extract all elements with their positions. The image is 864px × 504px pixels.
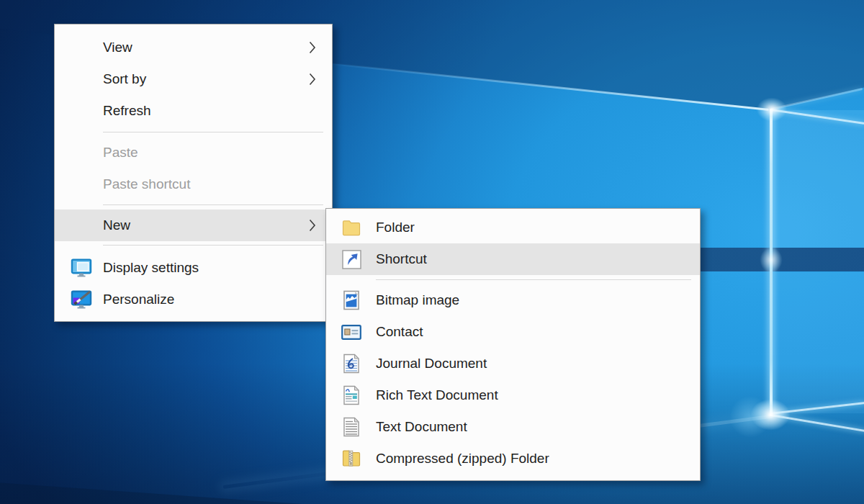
menu-separator: [376, 279, 691, 280]
menu-item-new[interactable]: New: [55, 210, 332, 241]
menu-item-sort-by[interactable]: Sort by: [55, 63, 332, 95]
menu-item-refresh[interactable]: Refresh: [55, 95, 332, 127]
shortcut-icon: [341, 248, 362, 270]
text-document-icon: [341, 416, 362, 438]
personalize-icon: [71, 289, 92, 310]
submenu-chevron-icon: [309, 41, 316, 54]
submenu-item-shortcut[interactable]: Shortcut: [326, 243, 700, 275]
menu-separator: [103, 132, 323, 132]
submenu-item-compressed-zipped-folder[interactable]: Compressed (zipped) Folder: [326, 443, 700, 474]
compressed-zipped-folder-icon: [341, 448, 362, 469]
menu-item-personalize[interactable]: Personalize: [55, 284, 332, 315]
submenu-item-folder[interactable]: Folder: [326, 212, 700, 243]
journal-document-icon: [341, 353, 362, 374]
submenu-chevron-icon: [309, 73, 316, 86]
submenu-item-rich-text-document[interactable]: Rich Text Document: [326, 379, 700, 411]
submenu-item-journal-document[interactable]: Journal Document: [326, 348, 700, 379]
menu-item-paste-shortcut: Paste shortcut: [55, 168, 332, 200]
new-submenu: Folder Shortcut Bitmap image: [325, 208, 701, 481]
menu-separator: [103, 245, 323, 246]
bitmap-image-icon: [341, 289, 362, 311]
folder-icon: [341, 217, 362, 238]
light-flare: [756, 243, 786, 276]
menu-item-view[interactable]: View: [55, 32, 332, 63]
light-flare: [752, 94, 792, 125]
submenu-item-contact[interactable]: Contact: [326, 316, 700, 348]
desktop-context-menu: View Sort by Refresh Paste Paste shortcu…: [54, 24, 333, 322]
submenu-item-text-document[interactable]: Text Document: [326, 411, 700, 443]
menu-item-paste: Paste: [55, 137, 332, 168]
wallpaper-pane-bottom-right: [773, 272, 864, 413]
rich-text-document-icon: [341, 384, 362, 406]
submenu-item-bitmap-image[interactable]: Bitmap image: [326, 284, 700, 316]
menu-separator: [103, 204, 323, 205]
display-settings-icon: [71, 257, 92, 279]
menu-item-display-settings[interactable]: Display settings: [55, 252, 332, 284]
wallpaper-pane-top-right: [773, 110, 864, 248]
submenu-chevron-icon: [309, 219, 316, 232]
contact-icon: [341, 321, 362, 343]
